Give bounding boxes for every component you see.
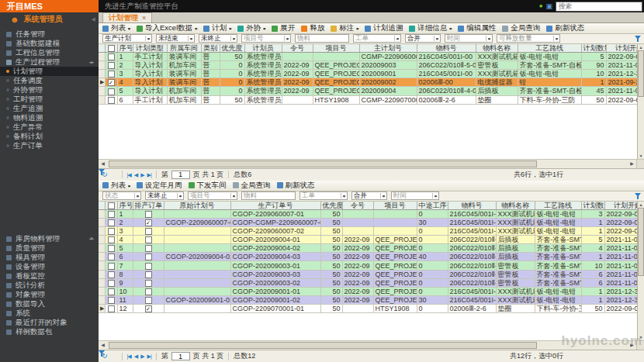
work-order-filter[interactable]: 工单 ▾	[353, 34, 401, 43]
cell[interactable]: 物料名称	[496, 202, 535, 210]
cell[interactable]: 手工计划	[133, 52, 167, 60]
cell[interactable]: 0	[220, 78, 244, 87]
cell[interactable]: CGOP-202009001-02	[230, 295, 320, 304]
checkbox[interactable]	[145, 228, 152, 235]
cell[interactable]: QEE_PROJECT001	[373, 244, 417, 253]
checkbox-cell[interactable]	[105, 44, 117, 53]
cell[interactable]: 2022-09	[282, 70, 313, 78]
cell[interactable]: 普	[201, 52, 220, 60]
dropdown-caret-icon[interactable]: ▾	[195, 26, 197, 31]
scroll-up-icon[interactable]: ▲	[639, 45, 643, 50]
cell[interactable]: 令号	[342, 202, 373, 210]
dropdown-caret-icon[interactable]: ▾	[229, 26, 231, 31]
row-marker-cell[interactable]	[99, 202, 105, 210]
checkbox-cell[interactable]	[105, 202, 117, 210]
next-page-icon[interactable]: ▶	[140, 172, 144, 178]
cell[interactable]: CGOP-2209060007-01	[230, 209, 320, 218]
cell[interactable]: 10	[581, 261, 604, 270]
checkbox[interactable]: ✓	[145, 305, 152, 312]
cell[interactable]: 5	[117, 244, 133, 253]
checkbox-cell[interactable]	[105, 52, 117, 60]
cell[interactable]: 生产订单号	[230, 202, 320, 210]
cell[interactable]: 0	[417, 226, 448, 235]
cell[interactable]: XXX测试机箱	[496, 295, 535, 304]
cell[interactable]: 50	[320, 278, 342, 287]
sidebar-item-mold-mgmt[interactable]: 模具管理	[0, 253, 99, 262]
cell[interactable]: 2021-11-05 00:	[604, 270, 637, 278]
cell[interactable]: 206C022/010Ⅱ-5-0	[448, 261, 496, 270]
sidebar-item-outsourcing-mgmt[interactable]: 外协管理	[0, 85, 99, 95]
cell[interactable]: XXX测试机箱	[496, 218, 535, 226]
cell[interactable]: 原始计划号	[164, 202, 230, 210]
cell[interactable]: 密管板	[496, 278, 535, 287]
last-page-icon[interactable]: ▶|	[147, 353, 151, 359]
cell[interactable]: 6	[581, 278, 604, 287]
material-filter[interactable]: 物料 ▾	[241, 191, 296, 200]
page-number-input[interactable]	[171, 171, 190, 179]
table-row[interactable]: ▶✓4导入计划装调车间普0系统管理员2022-09QEE_PROJECT0012…	[99, 78, 637, 87]
cell[interactable]: 45	[581, 87, 606, 95]
checkbox-cell[interactable]	[105, 305, 117, 313]
checkbox-cell[interactable]	[133, 261, 164, 270]
cell[interactable]: 下料-车-外协-三防	[535, 305, 581, 313]
cell[interactable]: QEE_PROJECT001	[373, 287, 417, 295]
cell[interactable]: QEE_PROJECT001	[373, 253, 417, 261]
cell[interactable]: CGMP-2209070001	[359, 95, 417, 104]
cell[interactable]: 2022-09-06 00:	[606, 52, 637, 60]
cell[interactable]: XXX测试机箱	[476, 70, 518, 78]
cell[interactable]: 普	[201, 95, 220, 104]
dropdown-caret-icon[interactable]: ▾	[449, 26, 452, 31]
cell[interactable]	[342, 218, 373, 226]
checkbox-cell[interactable]	[105, 278, 117, 287]
cell[interactable]: CGOP-202009003-01	[230, 261, 320, 270]
cell[interactable]: 2021-12-30 00:	[604, 295, 637, 304]
toolbar-button[interactable]: 列表 ▾	[102, 181, 130, 191]
cell[interactable]: 1	[117, 52, 133, 60]
cell[interactable]: 7	[117, 261, 133, 270]
table-row[interactable]: 7CGOP-202009003-01502022-09QEE_PROJECT00…	[99, 261, 637, 270]
sidebar-item-sample-data[interactable]: 样例数据包	[0, 327, 99, 336]
cell[interactable]: CGOP-2209060007-02	[164, 218, 230, 226]
cell[interactable]: 2021-11-05 00:	[604, 236, 637, 244]
cell[interactable]: 齐套-准备-SMT-自...	[535, 278, 581, 287]
cell[interactable]: 工艺路线	[518, 44, 581, 53]
sidebar-item-production-trace[interactable]: 生产追溯	[0, 104, 99, 113]
cell[interactable]: 216C045/001I-00	[448, 209, 496, 218]
cell[interactable]: 2022-09	[342, 278, 373, 287]
status-filter[interactable]: 状态 ▾	[102, 191, 141, 200]
table-row[interactable]: 9CGOP-202009003-02502022-09QEE_PROJECT00…	[99, 278, 637, 287]
sidebar-item-production-exception[interactable]: 生产异常	[0, 122, 99, 132]
dropdown-caret-icon[interactable]: ▾	[263, 26, 265, 31]
sidebar-item-kanban-monitor[interactable]: 看板监控	[0, 271, 99, 281]
cell[interactable]: 普	[201, 61, 220, 70]
cell[interactable]: 计划数量	[581, 202, 604, 210]
cell[interactable]: XXX测试机箱	[496, 287, 535, 295]
cell[interactable]: CGOP-2209060007-02	[230, 226, 320, 235]
checkbox[interactable]	[108, 97, 115, 104]
cell[interactable]: 2022-09-07 00:	[604, 305, 637, 313]
checkbox[interactable]	[108, 280, 115, 287]
work-order-filter[interactable]: 工单 ▾	[299, 191, 348, 200]
cell[interactable]: XXX测试机箱	[496, 226, 535, 235]
cell[interactable]: HTSY1908	[313, 95, 359, 104]
cell[interactable]: 系统管理员	[244, 61, 282, 70]
row-marker-cell[interactable]	[99, 87, 105, 95]
table-row[interactable]: ▶12✓CGOP-2209070001-0150HTSY1908002006Ⅲ-…	[99, 305, 637, 313]
not-terminated-filter[interactable]: 未终止 ▾	[199, 34, 237, 43]
cell[interactable]: 齐套-准备-SMT-自...	[535, 236, 581, 244]
row-marker-cell[interactable]	[99, 226, 105, 235]
cell[interactable]: 3	[117, 226, 133, 235]
checkbox[interactable]	[108, 263, 115, 270]
cell[interactable]: QEE_PROJECT001	[373, 295, 417, 304]
toolbar-button[interactable]: 详细信息 ▾	[409, 23, 452, 33]
cell[interactable]: 排产订单	[133, 202, 164, 210]
sidebar-item-statistics[interactable]: 统计分析	[0, 281, 99, 290]
cell[interactable]: 2021-11-05 00:	[606, 61, 637, 70]
row-marker-cell[interactable]	[99, 95, 105, 104]
table-row[interactable]: 11CGOP-202009001-01CGOP-202009001-025020…	[99, 295, 637, 304]
table-row[interactable]: 6手工计划机加车间普50系统管理员HTSY1908CGMP-2209070001…	[99, 95, 637, 104]
cell[interactable]: 3	[581, 209, 604, 218]
cell[interactable]: 钳	[518, 78, 581, 87]
toolbar-button[interactable]: 计划 ▾	[203, 23, 231, 33]
dropdown-caret-icon[interactable]: ▾	[145, 36, 150, 41]
